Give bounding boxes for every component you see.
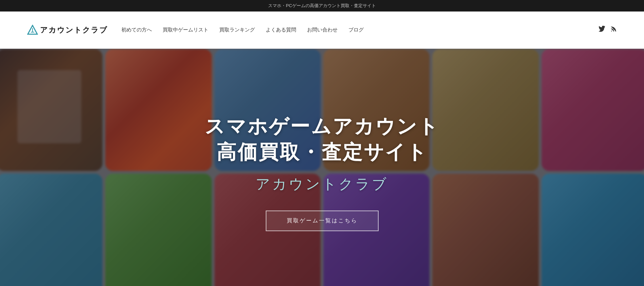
hero-title-line2: 高価買取・査定サイト	[205, 139, 439, 164]
triangle-logo-icon	[27, 25, 38, 36]
hero-content: スマホゲームアカウント 高価買取・査定サイト アカウントクラブ 買取ゲーム一覧は…	[205, 113, 439, 231]
hero-title-line1: スマホゲームアカウント	[205, 113, 439, 139]
social-icons	[599, 26, 617, 34]
svg-point-4	[611, 31, 612, 32]
top-bar-text: スマホ・PCゲームの高価アカウント買取・査定サイト	[268, 3, 376, 8]
main-nav: 初めての方へ 買取中ゲームリスト 買取ランキング よくある質問 お問い合わせ ブ…	[121, 27, 364, 33]
hero-subtitle: アカウントクラブ	[205, 175, 439, 194]
hero-section: スマホゲームアカウント 高価買取・査定サイト アカウントクラブ 買取ゲーム一覧は…	[0, 49, 644, 286]
top-bar: スマホ・PCゲームの高価アカウント買取・査定サイト	[0, 0, 644, 12]
nav-blog[interactable]: ブログ	[348, 27, 364, 33]
logo-link[interactable]: アカウントクラブ	[27, 25, 108, 36]
header-left: アカウントクラブ 初めての方へ 買取中ゲームリスト 買取ランキング よくある質問…	[27, 25, 364, 36]
hero-cta-button[interactable]: 買取ゲーム一覧はこちら	[266, 211, 379, 231]
nav-faq[interactable]: よくある質問	[266, 27, 296, 33]
header: アカウントクラブ 初めての方へ 買取中ゲームリスト 買取ランキング よくある質問…	[0, 12, 644, 49]
nav-ranking[interactable]: 買取ランキング	[219, 27, 255, 33]
nav-contact[interactable]: お問い合わせ	[307, 27, 338, 33]
nav-buylist[interactable]: 買取中ゲームリスト	[163, 27, 208, 33]
twitter-icon[interactable]	[599, 26, 605, 34]
logo-text: アカウントクラブ	[40, 25, 108, 35]
rss-icon[interactable]	[610, 26, 617, 34]
nav-first[interactable]: 初めての方へ	[121, 27, 152, 33]
